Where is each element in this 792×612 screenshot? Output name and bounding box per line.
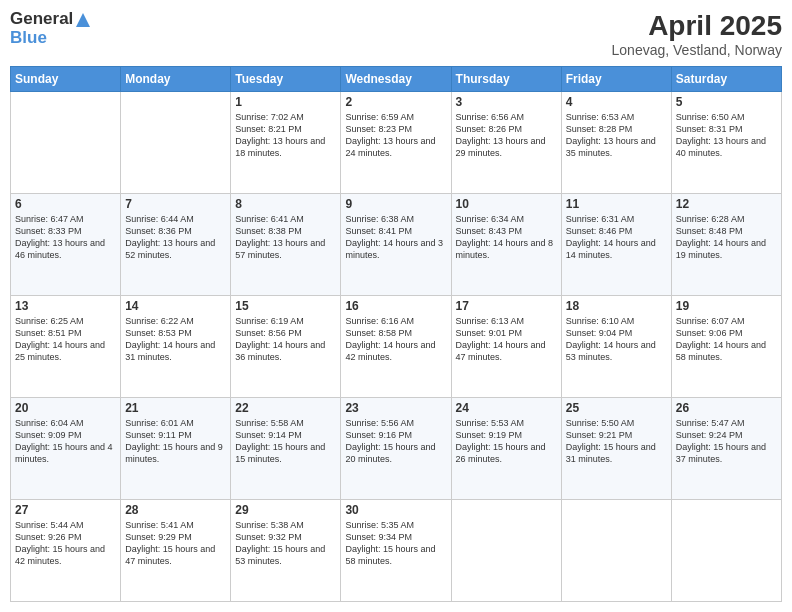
- calendar-day-cell: [671, 500, 781, 602]
- day-number: 30: [345, 503, 446, 517]
- weekday-header-cell: Tuesday: [231, 67, 341, 92]
- calendar-week-row: 27Sunrise: 5:44 AM Sunset: 9:26 PM Dayli…: [11, 500, 782, 602]
- day-info: Sunrise: 5:56 AM Sunset: 9:16 PM Dayligh…: [345, 417, 446, 466]
- day-number: 15: [235, 299, 336, 313]
- day-number: 13: [15, 299, 116, 313]
- day-info: Sunrise: 6:22 AM Sunset: 8:53 PM Dayligh…: [125, 315, 226, 364]
- day-info: Sunrise: 6:07 AM Sunset: 9:06 PM Dayligh…: [676, 315, 777, 364]
- day-number: 8: [235, 197, 336, 211]
- calendar-day-cell: 14Sunrise: 6:22 AM Sunset: 8:53 PM Dayli…: [121, 296, 231, 398]
- day-info: Sunrise: 6:53 AM Sunset: 8:28 PM Dayligh…: [566, 111, 667, 160]
- day-info: Sunrise: 6:34 AM Sunset: 8:43 PM Dayligh…: [456, 213, 557, 262]
- calendar-day-cell: 20Sunrise: 6:04 AM Sunset: 9:09 PM Dayli…: [11, 398, 121, 500]
- day-number: 6: [15, 197, 116, 211]
- calendar-day-cell: 11Sunrise: 6:31 AM Sunset: 8:46 PM Dayli…: [561, 194, 671, 296]
- day-number: 7: [125, 197, 226, 211]
- day-number: 26: [676, 401, 777, 415]
- calendar-day-cell: 30Sunrise: 5:35 AM Sunset: 9:34 PM Dayli…: [341, 500, 451, 602]
- calendar-day-cell: 28Sunrise: 5:41 AM Sunset: 9:29 PM Dayli…: [121, 500, 231, 602]
- day-number: 5: [676, 95, 777, 109]
- day-number: 21: [125, 401, 226, 415]
- calendar-day-cell: 24Sunrise: 5:53 AM Sunset: 9:19 PM Dayli…: [451, 398, 561, 500]
- calendar-day-cell: 16Sunrise: 6:16 AM Sunset: 8:58 PM Dayli…: [341, 296, 451, 398]
- logo: General Blue: [10, 10, 92, 47]
- main-title: April 2025: [612, 10, 782, 42]
- day-info: Sunrise: 6:56 AM Sunset: 8:26 PM Dayligh…: [456, 111, 557, 160]
- calendar-day-cell: 13Sunrise: 6:25 AM Sunset: 8:51 PM Dayli…: [11, 296, 121, 398]
- day-number: 12: [676, 197, 777, 211]
- calendar-day-cell: 5Sunrise: 6:50 AM Sunset: 8:31 PM Daylig…: [671, 92, 781, 194]
- weekday-header-cell: Friday: [561, 67, 671, 92]
- day-info: Sunrise: 5:58 AM Sunset: 9:14 PM Dayligh…: [235, 417, 336, 466]
- day-number: 16: [345, 299, 446, 313]
- day-info: Sunrise: 6:10 AM Sunset: 9:04 PM Dayligh…: [566, 315, 667, 364]
- day-number: 29: [235, 503, 336, 517]
- day-number: 20: [15, 401, 116, 415]
- calendar-day-cell: 15Sunrise: 6:19 AM Sunset: 8:56 PM Dayli…: [231, 296, 341, 398]
- calendar-week-row: 13Sunrise: 6:25 AM Sunset: 8:51 PM Dayli…: [11, 296, 782, 398]
- day-info: Sunrise: 6:47 AM Sunset: 8:33 PM Dayligh…: [15, 213, 116, 262]
- weekday-header-cell: Saturday: [671, 67, 781, 92]
- logo-text: General: [10, 10, 92, 29]
- calendar-week-row: 6Sunrise: 6:47 AM Sunset: 8:33 PM Daylig…: [11, 194, 782, 296]
- weekday-header-cell: Sunday: [11, 67, 121, 92]
- day-info: Sunrise: 6:13 AM Sunset: 9:01 PM Dayligh…: [456, 315, 557, 364]
- day-info: Sunrise: 5:50 AM Sunset: 9:21 PM Dayligh…: [566, 417, 667, 466]
- day-info: Sunrise: 5:53 AM Sunset: 9:19 PM Dayligh…: [456, 417, 557, 466]
- calendar-day-cell: 18Sunrise: 6:10 AM Sunset: 9:04 PM Dayli…: [561, 296, 671, 398]
- day-info: Sunrise: 6:41 AM Sunset: 8:38 PM Dayligh…: [235, 213, 336, 262]
- calendar-day-cell: 23Sunrise: 5:56 AM Sunset: 9:16 PM Dayli…: [341, 398, 451, 500]
- calendar-day-cell: 17Sunrise: 6:13 AM Sunset: 9:01 PM Dayli…: [451, 296, 561, 398]
- day-number: 19: [676, 299, 777, 313]
- day-info: Sunrise: 6:04 AM Sunset: 9:09 PM Dayligh…: [15, 417, 116, 466]
- title-block: April 2025 Lonevag, Vestland, Norway: [612, 10, 782, 58]
- calendar-day-cell: [121, 92, 231, 194]
- day-number: 3: [456, 95, 557, 109]
- day-number: 10: [456, 197, 557, 211]
- weekday-header-cell: Thursday: [451, 67, 561, 92]
- day-info: Sunrise: 6:38 AM Sunset: 8:41 PM Dayligh…: [345, 213, 446, 262]
- calendar-day-cell: 29Sunrise: 5:38 AM Sunset: 9:32 PM Dayli…: [231, 500, 341, 602]
- calendar-day-cell: 12Sunrise: 6:28 AM Sunset: 8:48 PM Dayli…: [671, 194, 781, 296]
- calendar-day-cell: 19Sunrise: 6:07 AM Sunset: 9:06 PM Dayli…: [671, 296, 781, 398]
- day-number: 28: [125, 503, 226, 517]
- calendar-day-cell: 25Sunrise: 5:50 AM Sunset: 9:21 PM Dayli…: [561, 398, 671, 500]
- weekday-header-cell: Wednesday: [341, 67, 451, 92]
- day-number: 22: [235, 401, 336, 415]
- day-number: 14: [125, 299, 226, 313]
- day-number: 18: [566, 299, 667, 313]
- calendar-day-cell: 22Sunrise: 5:58 AM Sunset: 9:14 PM Dayli…: [231, 398, 341, 500]
- logo-blue: Blue: [10, 29, 92, 48]
- header: General Blue April 2025 Lonevag, Vestlan…: [10, 10, 782, 58]
- calendar-week-row: 20Sunrise: 6:04 AM Sunset: 9:09 PM Dayli…: [11, 398, 782, 500]
- day-info: Sunrise: 6:01 AM Sunset: 9:11 PM Dayligh…: [125, 417, 226, 466]
- day-info: Sunrise: 6:25 AM Sunset: 8:51 PM Dayligh…: [15, 315, 116, 364]
- day-info: Sunrise: 6:28 AM Sunset: 8:48 PM Dayligh…: [676, 213, 777, 262]
- calendar-day-cell: 6Sunrise: 6:47 AM Sunset: 8:33 PM Daylig…: [11, 194, 121, 296]
- weekday-header-cell: Monday: [121, 67, 231, 92]
- calendar-day-cell: 1Sunrise: 7:02 AM Sunset: 8:21 PM Daylig…: [231, 92, 341, 194]
- day-info: Sunrise: 5:41 AM Sunset: 9:29 PM Dayligh…: [125, 519, 226, 568]
- day-number: 25: [566, 401, 667, 415]
- calendar-day-cell: 26Sunrise: 5:47 AM Sunset: 9:24 PM Dayli…: [671, 398, 781, 500]
- page: General Blue April 2025 Lonevag, Vestlan…: [0, 0, 792, 612]
- day-number: 27: [15, 503, 116, 517]
- calendar-table: SundayMondayTuesdayWednesdayThursdayFrid…: [10, 66, 782, 602]
- calendar-day-cell: 2Sunrise: 6:59 AM Sunset: 8:23 PM Daylig…: [341, 92, 451, 194]
- day-info: Sunrise: 5:47 AM Sunset: 9:24 PM Dayligh…: [676, 417, 777, 466]
- day-info: Sunrise: 5:38 AM Sunset: 9:32 PM Dayligh…: [235, 519, 336, 568]
- day-info: Sunrise: 6:19 AM Sunset: 8:56 PM Dayligh…: [235, 315, 336, 364]
- day-info: Sunrise: 6:59 AM Sunset: 8:23 PM Dayligh…: [345, 111, 446, 160]
- calendar-day-cell: 27Sunrise: 5:44 AM Sunset: 9:26 PM Dayli…: [11, 500, 121, 602]
- subtitle: Lonevag, Vestland, Norway: [612, 42, 782, 58]
- day-number: 24: [456, 401, 557, 415]
- day-number: 4: [566, 95, 667, 109]
- day-number: 11: [566, 197, 667, 211]
- day-number: 17: [456, 299, 557, 313]
- calendar-week-row: 1Sunrise: 7:02 AM Sunset: 8:21 PM Daylig…: [11, 92, 782, 194]
- calendar-day-cell: [561, 500, 671, 602]
- day-info: Sunrise: 6:50 AM Sunset: 8:31 PM Dayligh…: [676, 111, 777, 160]
- calendar-day-cell: [451, 500, 561, 602]
- day-number: 2: [345, 95, 446, 109]
- svg-marker-0: [76, 13, 90, 27]
